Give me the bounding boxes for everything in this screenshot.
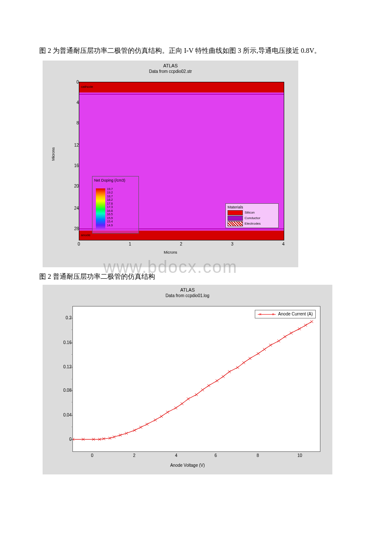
iv-curve-svg xyxy=(73,306,320,451)
cathode-electrode: cathode xyxy=(79,82,284,92)
fig1-y-label: Microns xyxy=(51,147,55,161)
fig1-software-title: ATLAS xyxy=(43,61,298,68)
fig1-y-axis: 0 4 8 12 16 20 24 28 xyxy=(68,82,79,240)
swatch-silicon xyxy=(228,210,243,215)
fig2-x-label: Anode Voltage (V) xyxy=(170,463,205,468)
swatch-electrodes xyxy=(228,221,243,226)
net-doping-legend: Net Doping (/cm3) 19.7 19.2 18.7 18.2 17… xyxy=(92,176,139,234)
swatch-conductor xyxy=(228,216,243,221)
doping-values-list: 19.7 19.2 18.7 18.2 17.8 17.3 16.8 16.5 … xyxy=(107,188,113,228)
doping-colorbar xyxy=(96,188,105,230)
body-paragraph: 图 2 为普通耐压层功率二极管的仿真结构。正向 I-V 特性曲线如图 3 所示,… xyxy=(26,45,366,56)
legend-line-sample: ×× xyxy=(258,312,276,317)
fig2-y-axis: 0.2 0.16 0.12 0.08 0.04 0 xyxy=(59,306,72,451)
legend-label: Anode Current (A) xyxy=(278,312,313,316)
materials-legend: Materials Silicon Conductor Electrodes xyxy=(225,203,279,228)
fig2-plot-area: ×× Anode Current (A) xyxy=(72,306,320,452)
fig2-subtitle: Data from ccpdio01.log xyxy=(43,292,332,298)
figure-3-iv-chart: ATLAS Data from ccpdio01.log 0.2 0.16 0.… xyxy=(43,285,332,474)
junction-line-top xyxy=(79,94,284,95)
fig2-legend: ×× Anode Current (A) xyxy=(255,310,316,318)
fig1-subtitle: Data from ccpdio02.str xyxy=(43,68,298,74)
fig1-x-label: Microns xyxy=(164,250,177,254)
watermark-text: www.bdocx.com xyxy=(43,257,298,277)
fig1-plot-area: cathode anode Net Doping (/cm3) 19.7 19.… xyxy=(79,82,284,240)
fig2-software-title: ATLAS xyxy=(43,285,332,292)
figure-2-structure-plot: ATLAS Data from ccpdio02.str www.bdocx.c… xyxy=(43,61,298,267)
